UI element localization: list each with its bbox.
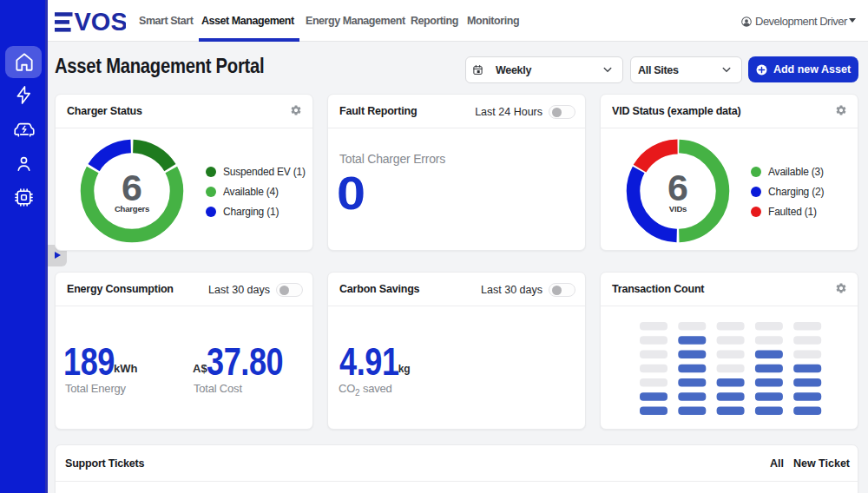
svg-text:VOS: VOS [75,10,127,32]
